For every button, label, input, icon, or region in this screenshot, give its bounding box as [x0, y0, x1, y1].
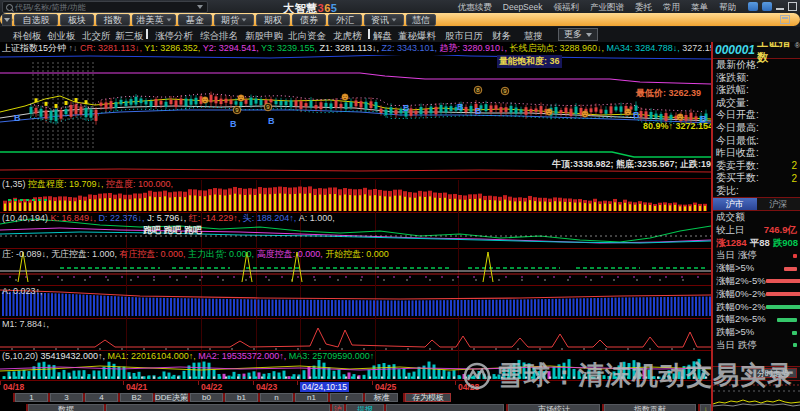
tab-intraday-trend[interactable]: 分时走势 — [749, 368, 797, 378]
annotation-run-text: 跑吧 跑吧 跑吧 — [143, 224, 202, 237]
bottom-tab-1[interactable]: 1 — [15, 393, 48, 402]
market-tab-0[interactable]: 沪市 — [713, 198, 757, 210]
nav-tab-7[interactable]: 债券 — [292, 14, 326, 26]
status-item-0[interactable]: 数据 — [28, 404, 104, 411]
bottom-tab-B2[interactable]: B2 — [120, 393, 153, 402]
subnav-item-4[interactable]: 涨停分析 — [155, 30, 193, 43]
indicator-segment-6: Z1: 3281.113↓, — [320, 43, 382, 53]
distribution-bar — [784, 267, 797, 271]
nav-tab-3[interactable]: 港美英 — [132, 14, 176, 26]
indicator-segment-1: ↑↓ — [69, 43, 81, 53]
nav-tab-6[interactable]: 期权 — [256, 14, 290, 26]
nav-tab-5[interactable]: 期货 — [214, 14, 254, 26]
maximize-icon[interactable] — [788, 2, 797, 11]
subnav-item-8[interactable]: 龙虎榜 — [333, 30, 362, 43]
search-box[interactable] — [2, 1, 208, 13]
search-input[interactable] — [15, 3, 195, 12]
pane-label-segment: 无庄控盘: 1.000, — [51, 249, 120, 259]
pane5-bars — [0, 290, 711, 316]
nav-tab-8[interactable]: 外汇 — [328, 14, 362, 26]
bottom-tab-3[interactable]: 3 — [50, 393, 83, 402]
bottom-tab-b0[interactable]: b0 — [190, 393, 223, 402]
subnav-item-2[interactable]: 北交所 — [82, 30, 111, 43]
bottom-tab-4[interactable]: 4 — [85, 393, 118, 402]
market-tab-1[interactable]: 沪深 — [757, 198, 800, 210]
nav-tab-2[interactable]: 指数 — [96, 14, 130, 26]
annotation-lowest-price: 最低价: 3262.39 — [636, 87, 701, 100]
bottom-tab-n1[interactable]: n1 — [295, 393, 328, 402]
pane-label-segment: 主力出货: 0.000, — [188, 249, 257, 259]
status-item-5[interactable]: 市场统计 — [508, 404, 600, 411]
pane2-control-bars — [3, 186, 707, 211]
bottom-tab-标准[interactable]: 标准 — [365, 393, 398, 402]
chevron-down-icon — [586, 33, 592, 37]
quote-label: 今日最低: — [716, 134, 759, 147]
date-label-3: 04/23 — [256, 382, 277, 392]
quote-row-6: 今日最低: — [713, 134, 800, 147]
search-dropdown-icon[interactable] — [197, 5, 203, 9]
nav-tab-4[interactable]: 基金 — [178, 14, 212, 26]
nav-dropdown-button[interactable] — [2, 14, 12, 26]
pane-label-segment: 35419432.000↑, — [41, 351, 108, 361]
nav-tab-0[interactable]: 自选股 — [14, 14, 58, 26]
nav-tab-label: 板块 — [68, 14, 86, 27]
subnav-item-6[interactable]: 新股申购 — [245, 30, 283, 43]
layout-icon[interactable] — [780, 15, 790, 24]
nav-tab-10[interactable]: 慧信 — [406, 14, 436, 26]
distribution-label: 当日 涨停 — [716, 249, 757, 262]
status-item-1[interactable] — [106, 404, 330, 411]
bottom-tab-b1[interactable]: b1 — [225, 393, 258, 402]
status-item-6[interactable]: 指数贡献 — [604, 404, 696, 411]
buy-marker: B — [14, 113, 21, 123]
nav-tab-label: 慧信 — [412, 14, 430, 27]
chevron-down-icon — [4, 18, 10, 22]
bottom-tab-r[interactable]: r — [330, 393, 363, 402]
mobile-app-icon[interactable] — [748, 2, 758, 11]
window-controls — [748, 1, 797, 12]
status-item-2[interactable]: 沪 — [332, 404, 344, 411]
desktop-link-icon[interactable] — [762, 2, 772, 11]
distribution-row-2: 涨幅2%-5% — [713, 275, 800, 288]
pane-label-segment: A: 1.000, — [299, 213, 335, 223]
nav-tab-label: 外汇 — [336, 14, 354, 27]
status-item-4[interactable] — [386, 404, 504, 411]
distribution-bar — [766, 305, 800, 309]
adv-dec-segment-1: 平88 — [750, 237, 770, 250]
indicator-segment-5: Y3: 3239.155, — [261, 43, 320, 53]
more-button[interactable]: 更多 — [558, 28, 598, 41]
pane-label-segment: 控盘度: 100.000, — [106, 179, 173, 189]
status-item-7[interactable]: ↓ — [700, 404, 711, 411]
status-item-3[interactable]: 提报 — [346, 404, 384, 411]
nav-tab-9[interactable]: 资讯 — [364, 14, 404, 26]
subnav-divider — [146, 29, 148, 39]
subnav-item-3[interactable]: 新三板 — [115, 30, 144, 43]
pane2-label: (1,35) 控盘程度: 19.709↓, 控盘度: 100.000, — [2, 179, 173, 189]
indicator-segment-9: 长线启动点: 3288.960↓, — [510, 43, 607, 53]
minimize-icon[interactable] — [776, 8, 784, 10]
nav-tab-1[interactable]: 板块 — [60, 14, 94, 26]
pane-label-segment: MA2: 19535372.000↑, — [198, 351, 289, 361]
search-icon — [6, 4, 13, 11]
intraday-mini-chart[interactable] — [713, 380, 800, 411]
subnav-item-0[interactable]: 科创板 — [13, 30, 42, 43]
subnav-item-7[interactable]: 北向资金 — [288, 30, 326, 43]
date-tick — [372, 381, 373, 385]
distribution-row-5: 跌幅2%-5% — [713, 313, 800, 326]
pane-label-segment: (1,35) — [2, 179, 28, 189]
turnover-row: 成交额 — [713, 211, 800, 224]
stock-header[interactable]: 000001 上证指数 ® — [713, 42, 800, 59]
subnav-item-11[interactable]: 股市日历 — [445, 30, 483, 43]
subnav-item-12[interactable]: 财务 — [492, 30, 511, 43]
pane5-label: A: 0.023↑, — [2, 286, 43, 296]
subnav-item-10[interactable]: 董秘爆料 — [398, 30, 436, 43]
bottom-tab-DDE决策[interactable]: DDE决策 — [155, 393, 188, 402]
save-template-button[interactable]: 存为模板 — [405, 393, 451, 402]
subnav-item-13[interactable]: 慧搜 — [524, 30, 543, 43]
subnav-item-5[interactable]: 综合排名 — [200, 30, 238, 43]
subnav-item-9[interactable]: 解盘 — [373, 30, 392, 43]
digit-circle-marker: 9 — [264, 103, 272, 111]
pane-label-segment: J: 5.796↓, — [147, 213, 189, 223]
subnav-item-1[interactable]: 创业板 — [47, 30, 76, 43]
bottom-tab-n[interactable]: n — [260, 393, 293, 402]
date-axis[interactable]: 04/1804/2104/2204/2304/24,10:1504/2504/2… — [0, 380, 711, 392]
